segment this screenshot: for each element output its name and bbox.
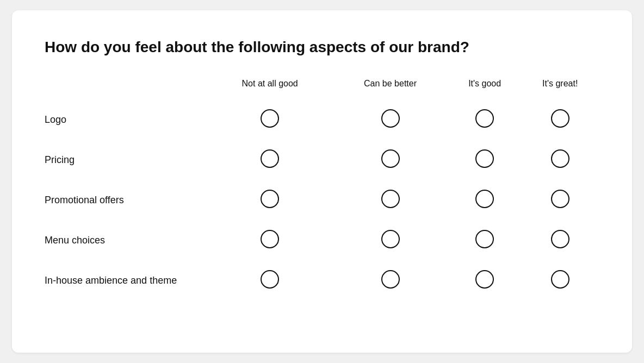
col-header-label	[45, 79, 208, 99]
radio-menu-choices-can-be-better[interactable]	[381, 230, 400, 248]
radio-logo-its-good[interactable]	[475, 109, 494, 128]
col-header-not-at-all-good: Not at all good	[208, 79, 332, 99]
table-row: Menu choices	[45, 220, 599, 260]
radio-inhouse-ambience-not-at-all-good[interactable]	[261, 270, 279, 289]
row-label-pricing: Pricing	[45, 140, 208, 180]
radio-cell-logo-its-great	[521, 99, 599, 140]
radio-promotional-offers-not-at-all-good[interactable]	[261, 190, 279, 208]
radio-cell-inhouse-ambience-not-at-all-good	[208, 260, 332, 301]
survey-card: How do you feel about the following aspe…	[12, 10, 632, 353]
table-row: Logo	[45, 99, 599, 140]
radio-cell-promotional-offers-can-be-better	[332, 180, 448, 220]
radio-cell-logo-not-at-all-good	[208, 99, 332, 140]
radio-pricing-its-good[interactable]	[475, 149, 494, 168]
radio-cell-pricing-its-great	[521, 140, 599, 180]
radio-cell-menu-choices-not-at-all-good	[208, 220, 332, 260]
radio-inhouse-ambience-its-great[interactable]	[551, 270, 569, 289]
radio-cell-promotional-offers-its-good	[449, 180, 521, 220]
radio-promotional-offers-can-be-better[interactable]	[381, 190, 400, 208]
table-row: Promotional offers	[45, 180, 599, 220]
radio-cell-pricing-can-be-better	[332, 140, 448, 180]
col-header-its-great: It's great!	[521, 79, 599, 99]
col-header-its-good: It's good	[449, 79, 521, 99]
radio-cell-pricing-not-at-all-good	[208, 140, 332, 180]
radio-cell-logo-its-good	[449, 99, 521, 140]
table-row: In-house ambience and theme	[45, 260, 599, 301]
radio-menu-choices-its-good[interactable]	[475, 230, 494, 248]
radio-inhouse-ambience-can-be-better[interactable]	[381, 270, 400, 289]
survey-question-title: How do you feel about the following aspe…	[45, 37, 599, 57]
row-label-promotional-offers: Promotional offers	[45, 180, 208, 220]
radio-cell-promotional-offers-not-at-all-good	[208, 180, 332, 220]
radio-pricing-can-be-better[interactable]	[381, 149, 400, 168]
radio-inhouse-ambience-its-good[interactable]	[475, 270, 494, 289]
row-label-inhouse-ambience: In-house ambience and theme	[45, 260, 208, 301]
radio-menu-choices-not-at-all-good[interactable]	[261, 230, 279, 248]
radio-cell-inhouse-ambience-its-good	[449, 260, 521, 301]
radio-pricing-not-at-all-good[interactable]	[261, 149, 279, 168]
radio-cell-inhouse-ambience-its-great	[521, 260, 599, 301]
radio-menu-choices-its-great[interactable]	[551, 230, 569, 248]
radio-pricing-its-great[interactable]	[551, 149, 569, 168]
radio-logo-its-great[interactable]	[551, 109, 569, 128]
radio-logo-not-at-all-good[interactable]	[261, 109, 279, 128]
row-label-logo: Logo	[45, 99, 208, 140]
radio-cell-menu-choices-can-be-better	[332, 220, 448, 260]
radio-promotional-offers-its-good[interactable]	[475, 190, 494, 208]
radio-cell-menu-choices-its-good	[449, 220, 521, 260]
radio-cell-menu-choices-its-great	[521, 220, 599, 260]
radio-promotional-offers-its-great[interactable]	[551, 190, 569, 208]
row-label-menu-choices: Menu choices	[45, 220, 208, 260]
radio-cell-promotional-offers-its-great	[521, 180, 599, 220]
radio-cell-logo-can-be-better	[332, 99, 448, 140]
rating-table: Not at all good Can be better It's good …	[45, 79, 599, 301]
table-row: Pricing	[45, 140, 599, 180]
radio-cell-pricing-its-good	[449, 140, 521, 180]
radio-cell-inhouse-ambience-can-be-better	[332, 260, 448, 301]
col-header-can-be-better: Can be better	[332, 79, 448, 99]
radio-logo-can-be-better[interactable]	[381, 109, 400, 128]
